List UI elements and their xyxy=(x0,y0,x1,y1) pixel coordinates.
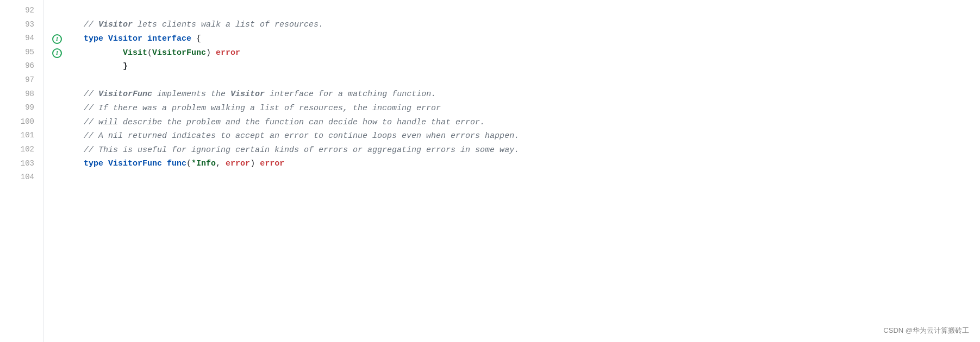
code-line-95: Visit(VisitorFunc) error xyxy=(84,46,980,60)
code-line-94: type Visitor interface { xyxy=(84,32,980,46)
brace-close-96: } xyxy=(123,60,128,73)
gutter-100 xyxy=(43,116,71,130)
gutter-96 xyxy=(43,60,71,74)
line-92: 92 xyxy=(0,4,43,18)
gutter-101 xyxy=(43,129,71,143)
line-95: 95 xyxy=(0,46,43,60)
line-104: 104 xyxy=(0,171,43,185)
line-99: 99 xyxy=(0,102,43,116)
line-102: 102 xyxy=(0,143,43,157)
paren-close-95: ) xyxy=(206,47,216,60)
gutter-103 xyxy=(43,157,71,172)
code-editor: 92 93 94 95 96 97 98 99 100 101 102 103 … xyxy=(0,0,980,342)
paren-open-103: ( xyxy=(186,157,191,170)
implementation-icon-94[interactable]: I xyxy=(52,34,62,44)
comment-vf-5: // This is useful for ignoring certain k… xyxy=(84,144,519,157)
line-96: 96 xyxy=(0,60,43,74)
keyword-type-103: type xyxy=(84,157,108,170)
line-97: 97 xyxy=(0,74,43,88)
code-line-104 xyxy=(84,171,980,185)
return-error-95: error xyxy=(216,47,240,60)
comment-vf-3: // will describe the problem and the fun… xyxy=(84,116,485,129)
code-line-93: // Visitor lets clients walk a list of r… xyxy=(84,18,980,33)
code-line-103: type VisitorFunc func(*Info, error) erro… xyxy=(84,157,980,172)
code-line-102: // This is useful for ignoring certain k… xyxy=(84,143,980,157)
type-visitor-name: Visitor xyxy=(108,33,147,46)
gutter-93 xyxy=(43,18,71,33)
gutter-99 xyxy=(43,102,71,116)
code-line-92 xyxy=(84,4,980,18)
comment-vf-1: // VisitorFunc implements the Visitor in… xyxy=(84,88,436,101)
line-100: 100 xyxy=(0,116,43,130)
line-98: 98 xyxy=(0,88,43,102)
gutter-102 xyxy=(43,143,71,157)
code-line-99: // If there was a problem walking a list… xyxy=(84,102,980,116)
comment-vf-2: // If there was a problem walking a list… xyxy=(84,102,441,115)
code-line-97 xyxy=(84,74,980,88)
paren-close-103: ) xyxy=(250,157,260,170)
brace-open-94: { xyxy=(191,33,201,46)
keyword-type-94: type xyxy=(84,33,108,46)
line-103: 103 xyxy=(0,157,43,172)
code-line-98: // VisitorFunc implements the Visitor in… xyxy=(84,88,980,102)
comment-visitor-desc: // Visitor lets clients walk a list of r… xyxy=(84,18,323,31)
code-line-100: // will describe the problem and the fun… xyxy=(84,116,980,130)
return-error-103: error xyxy=(260,157,284,170)
code-panel: // Visitor lets clients walk a list of r… xyxy=(71,0,980,342)
keyword-interface: interface xyxy=(147,33,191,46)
comma-103: , xyxy=(216,157,226,170)
param-visitorfunc: VisitorFunc xyxy=(152,47,206,60)
comment-vf-4: // A nil returned indicates to accept an… xyxy=(84,130,519,143)
type-visitorfunc-name: VisitorFunc xyxy=(108,157,167,170)
keyword-func-103: func xyxy=(167,157,186,170)
gutter-104 xyxy=(43,171,71,185)
gutter-94[interactable]: I xyxy=(43,32,71,46)
line-101: 101 xyxy=(0,129,43,143)
line-93: 93 xyxy=(0,18,43,33)
gutter-95[interactable]: I xyxy=(43,46,71,60)
gutter-92 xyxy=(43,4,71,18)
gutter-97 xyxy=(43,74,71,88)
indent-95 xyxy=(84,47,123,60)
code-line-96: } xyxy=(84,60,980,74)
watermark: CSDN @华为云计算搬砖工 xyxy=(883,325,969,337)
method-visit: Visit xyxy=(123,47,147,60)
gutter-panel: I I xyxy=(43,0,71,342)
line-94: 94 xyxy=(0,32,43,46)
implementation-icon-95[interactable]: I xyxy=(52,48,62,58)
code-line-101: // A nil returned indicates to accept an… xyxy=(84,129,980,143)
param-error-103: error xyxy=(226,157,250,170)
gutter-98 xyxy=(43,88,71,102)
line-numbers-panel: 92 93 94 95 96 97 98 99 100 101 102 103 … xyxy=(0,0,43,342)
param-info-103: *Info xyxy=(191,157,216,170)
indent-96 xyxy=(84,60,123,73)
paren-open-95: ( xyxy=(147,47,152,60)
